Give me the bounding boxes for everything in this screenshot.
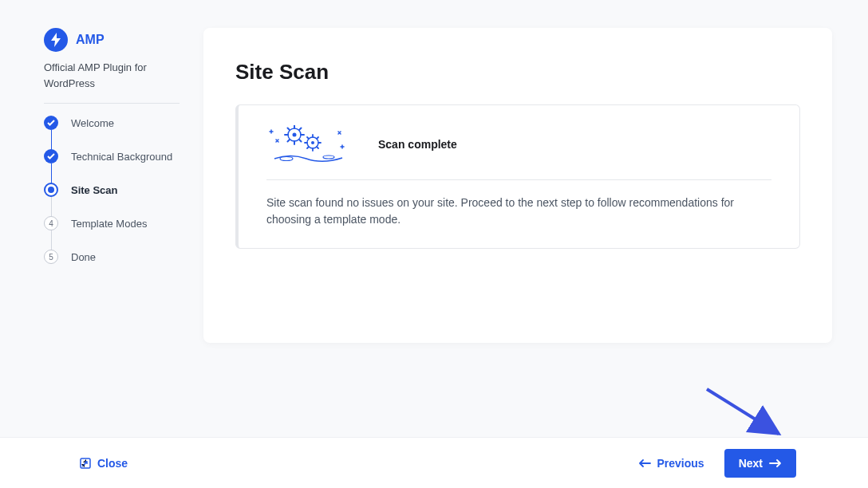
- amp-logo-icon: [44, 28, 68, 52]
- next-button[interactable]: Next: [724, 449, 796, 478]
- sidebar: AMP Official AMP Plugin for WordPress We…: [44, 28, 180, 343]
- logo: AMP: [44, 28, 180, 52]
- svg-point-3: [293, 133, 297, 137]
- step-welcome[interactable]: Welcome: [44, 116, 180, 149]
- gears-illustration-icon: [266, 125, 354, 163]
- previous-label: Previous: [657, 457, 704, 470]
- svg-point-1: [323, 155, 334, 159]
- pending-step-icon: 4: [44, 216, 58, 230]
- divider: [44, 103, 180, 104]
- step-label: Site Scan: [71, 184, 118, 196]
- main-panel: Site Scan: [203, 28, 832, 343]
- close-button[interactable]: Close: [80, 457, 128, 470]
- wizard-steps: Welcome Technical Background Site Scan 4…: [44, 116, 180, 264]
- step-label: Template Modes: [71, 218, 147, 230]
- step-label: Technical Background: [71, 151, 172, 163]
- step-done[interactable]: 5 Done: [44, 250, 180, 264]
- pending-step-icon: 5: [44, 250, 58, 264]
- scan-header: Scan complete: [266, 125, 771, 180]
- page-title: Site Scan: [235, 60, 800, 85]
- sidebar-subtitle: Official AMP Plugin for WordPress: [44, 60, 180, 91]
- current-step-icon: [44, 183, 58, 197]
- scan-status-body: Site scan found no issues on your site. …: [266, 195, 771, 228]
- step-site-scan[interactable]: Site Scan: [44, 183, 180, 216]
- scan-result-card: Scan complete Site scan found no issues …: [235, 104, 800, 249]
- svg-line-6: [707, 389, 779, 434]
- check-icon: [44, 149, 58, 163]
- close-icon: [80, 458, 91, 469]
- logo-text: AMP: [76, 33, 105, 47]
- arrow-left-icon: [638, 459, 651, 467]
- check-icon: [44, 116, 58, 130]
- step-template-modes[interactable]: 4 Template Modes: [44, 216, 180, 250]
- step-label: Done: [71, 251, 96, 263]
- next-label: Next: [739, 457, 763, 470]
- close-label: Close: [97, 457, 128, 470]
- step-technical-background[interactable]: Technical Background: [44, 149, 180, 183]
- scan-status-title: Scan complete: [378, 138, 457, 151]
- previous-button[interactable]: Previous: [638, 457, 704, 470]
- step-label: Welcome: [71, 117, 114, 129]
- svg-point-5: [311, 141, 314, 144]
- footer: Close Previous Next: [0, 437, 868, 488]
- svg-point-0: [280, 157, 293, 161]
- arrow-right-icon: [769, 459, 782, 467]
